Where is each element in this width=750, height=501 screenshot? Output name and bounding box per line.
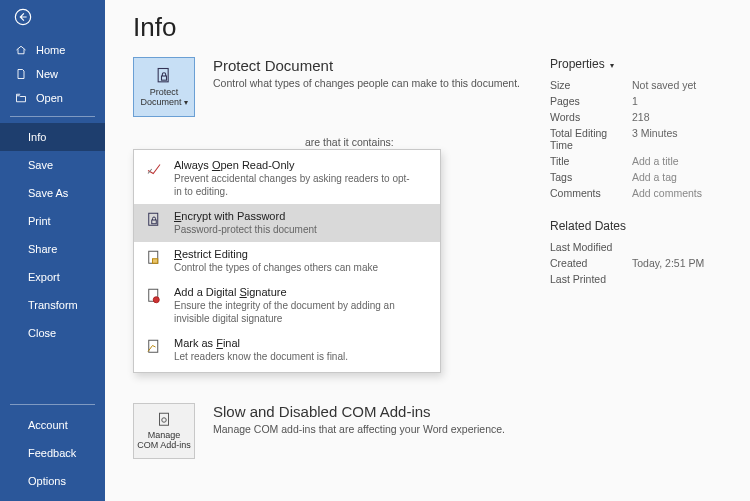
property-key: Last Printed bbox=[550, 273, 632, 285]
svg-rect-2 bbox=[162, 76, 167, 80]
property-row: CommentsAdd comments bbox=[550, 185, 730, 201]
property-row: Pages1 bbox=[550, 93, 730, 109]
divider bbox=[10, 404, 95, 405]
protect-document-tile[interactable]: Protect Document▾ bbox=[133, 57, 195, 117]
tile-label: Protect Document▾ bbox=[134, 88, 194, 108]
sidebar-item-account[interactable]: Account bbox=[0, 411, 105, 439]
property-value[interactable]: Add a title bbox=[632, 155, 679, 167]
menu-item-title: Encrypt with Password bbox=[174, 210, 317, 222]
property-key: Created bbox=[550, 257, 632, 269]
sidebar-item-close[interactable]: Close bbox=[0, 319, 105, 347]
sidebar-item-info[interactable]: Info bbox=[0, 123, 105, 151]
property-key: Tags bbox=[550, 171, 632, 183]
menu-item-sub: Let readers know the document is final. bbox=[174, 350, 348, 363]
read-only-icon bbox=[144, 159, 164, 198]
menu-item[interactable]: Encrypt with PasswordPassword-protect th… bbox=[134, 204, 440, 242]
manage-com-addins-tile[interactable]: Manage COM Add-ins bbox=[133, 403, 195, 459]
sidebar-label: Home bbox=[36, 44, 65, 56]
svg-point-11 bbox=[153, 297, 159, 303]
property-key: Total Editing Time bbox=[550, 127, 632, 151]
menu-item[interactable]: Mark as FinalLet readers know the docume… bbox=[134, 331, 440, 369]
menu-item-sub: Prevent accidental changes by asking rea… bbox=[174, 172, 414, 198]
backstage-sidebar: Home New Open Info Save Save As Print Sh… bbox=[0, 0, 105, 501]
sidebar-item-save-as[interactable]: Save As bbox=[0, 179, 105, 207]
sidebar-item-new[interactable]: New bbox=[0, 62, 105, 86]
home-icon bbox=[14, 44, 28, 56]
menu-item[interactable]: Add a Digital SignatureEnsure the integr… bbox=[134, 280, 440, 331]
protect-title: Protect Document bbox=[213, 57, 532, 74]
chevron-down-icon: ▾ bbox=[610, 61, 614, 70]
menu-item-title: Mark as Final bbox=[174, 337, 348, 349]
property-value: 3 Minutes bbox=[632, 127, 678, 151]
protect-sub: Control what types of changes people can… bbox=[213, 77, 532, 89]
new-icon bbox=[14, 68, 28, 80]
sidebar-item-print[interactable]: Print bbox=[0, 207, 105, 235]
property-key: Words bbox=[550, 111, 632, 123]
related-date-row: Last Modified bbox=[550, 239, 730, 255]
page-title: Info bbox=[133, 12, 730, 43]
menu-item-title: Add a Digital Signature bbox=[174, 286, 414, 298]
sidebar-item-options[interactable]: Options bbox=[0, 467, 105, 495]
menu-item[interactable]: Restrict EditingControl the types of cha… bbox=[134, 242, 440, 280]
properties-heading[interactable]: Properties ▾ bbox=[550, 57, 730, 71]
svg-point-5 bbox=[162, 418, 167, 423]
sidebar-item-feedback[interactable]: Feedback bbox=[0, 439, 105, 467]
svg-rect-4 bbox=[160, 413, 169, 425]
property-value: Today, 2:51 PM bbox=[632, 257, 704, 269]
addins-title: Slow and Disabled COM Add-ins bbox=[213, 403, 505, 420]
svg-rect-9 bbox=[153, 259, 158, 264]
property-row: SizeNot saved yet bbox=[550, 77, 730, 93]
property-key: Last Modified bbox=[550, 241, 632, 253]
property-value[interactable]: Add comments bbox=[632, 187, 702, 199]
protect-document-menu: Always Open Read-OnlyPrevent accidental … bbox=[133, 149, 441, 373]
sidebar-item-save[interactable]: Save bbox=[0, 151, 105, 179]
back-arrow-icon bbox=[14, 8, 32, 26]
menu-item-sub: Ensure the integrity of the document by … bbox=[174, 299, 414, 325]
menu-item-sub: Password-protect this document bbox=[174, 223, 317, 236]
property-value: Not saved yet bbox=[632, 79, 696, 91]
property-value[interactable]: Add a tag bbox=[632, 171, 677, 183]
property-row: TitleAdd a title bbox=[550, 153, 730, 169]
property-value: 1 bbox=[632, 95, 638, 107]
chevron-down-icon: ▾ bbox=[184, 98, 188, 107]
related-date-row: Last Printed bbox=[550, 271, 730, 287]
main-content: Info Protect Document▾ Protect Document … bbox=[105, 0, 750, 501]
property-row: TagsAdd a tag bbox=[550, 169, 730, 185]
signature-icon bbox=[144, 286, 164, 325]
property-row: Total Editing Time3 Minutes bbox=[550, 125, 730, 153]
svg-rect-7 bbox=[152, 220, 157, 224]
final-icon bbox=[144, 337, 164, 363]
sidebar-item-share[interactable]: Share bbox=[0, 235, 105, 263]
property-key: Title bbox=[550, 155, 632, 167]
related-date-row: CreatedToday, 2:51 PM bbox=[550, 255, 730, 271]
tile-label: Manage COM Add-ins bbox=[134, 431, 194, 451]
property-value: 218 bbox=[632, 111, 650, 123]
menu-item-title: Restrict Editing bbox=[174, 248, 378, 260]
lock-doc-icon bbox=[154, 66, 174, 86]
sidebar-item-open[interactable]: Open bbox=[0, 86, 105, 110]
addins-sub: Manage COM add-ins that are affecting yo… bbox=[213, 423, 505, 435]
sidebar-label: New bbox=[36, 68, 58, 80]
divider bbox=[10, 116, 95, 117]
property-key: Pages bbox=[550, 95, 632, 107]
property-key: Comments bbox=[550, 187, 632, 199]
menu-item-title: Always Open Read-Only bbox=[174, 159, 414, 171]
menu-item-sub: Control the types of changes others can … bbox=[174, 261, 378, 274]
sidebar-item-transform[interactable]: Transform bbox=[0, 291, 105, 319]
property-row: Words218 bbox=[550, 109, 730, 125]
sidebar-item-home[interactable]: Home bbox=[0, 38, 105, 62]
sidebar-label: Open bbox=[36, 92, 63, 104]
menu-item[interactable]: Always Open Read-OnlyPrevent accidental … bbox=[134, 153, 440, 204]
restrict-icon bbox=[144, 248, 164, 274]
property-key: Size bbox=[550, 79, 632, 91]
properties-panel: Properties ▾ SizeNot saved yetPages1Word… bbox=[550, 57, 730, 287]
gear-doc-icon bbox=[155, 411, 173, 429]
related-dates-heading: Related Dates bbox=[550, 219, 730, 233]
encrypt-icon bbox=[144, 210, 164, 236]
back-button[interactable] bbox=[0, 0, 105, 34]
open-icon bbox=[14, 92, 28, 104]
sidebar-item-export[interactable]: Export bbox=[0, 263, 105, 291]
